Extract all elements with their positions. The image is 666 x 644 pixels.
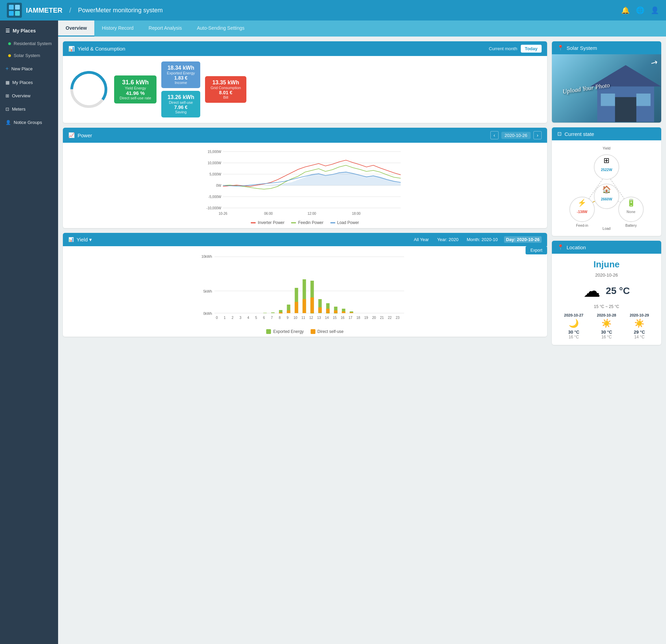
- svg-rect-2: [9, 11, 14, 16]
- current-state-body: ⊞ 2522W 🏠 2660W ⚡ -138W: [552, 140, 661, 236]
- yield-chart-icon: 📊: [68, 46, 75, 52]
- residential-dot: [8, 42, 11, 45]
- globe-icon[interactable]: 🌐: [636, 6, 644, 14]
- current-state-header: ⊡ Current state: [552, 127, 661, 140]
- nav-day[interactable]: Day: 2020-10-26: [504, 236, 542, 243]
- yield-chart-title: Yield: [77, 237, 88, 242]
- plus-icon: +: [5, 66, 9, 72]
- svg-text:19: 19: [364, 316, 368, 320]
- next-date-button[interactable]: ›: [533, 131, 542, 139]
- svg-text:0W: 0W: [216, 184, 222, 187]
- power-card: 📈 Power ‹ 2020-10-26 ›: [63, 128, 547, 228]
- svg-text:10,000W: 10,000W: [207, 161, 221, 165]
- svg-rect-30: [271, 312, 275, 313]
- nav-month[interactable]: Month: 2020-10: [465, 236, 500, 243]
- svg-rect-46: [334, 310, 338, 313]
- svg-text:16: 16: [341, 316, 345, 320]
- exported-energy-value: 18.34 kWh: [167, 65, 195, 71]
- legend-feedin: Feedin Power: [291, 220, 323, 225]
- bar-chart-svg: 0kWh 5kWh 10kWh: [68, 252, 542, 327]
- svg-rect-77: [615, 97, 636, 122]
- nav-year[interactable]: Year: 2020: [435, 236, 460, 243]
- layout: ☰ My Places Residential System Solar Sys…: [0, 20, 666, 644]
- svg-text:-138W: -138W: [577, 210, 587, 214]
- prev-date-button[interactable]: ‹: [490, 131, 499, 139]
- svg-text:Battery: Battery: [625, 224, 637, 227]
- svg-text:3: 3: [240, 316, 242, 320]
- power-title: Power: [78, 132, 92, 138]
- sidebar-item-solar[interactable]: Solar System: [0, 50, 58, 61]
- today-button[interactable]: Today: [521, 45, 542, 53]
- solar-title: Solar System: [567, 45, 597, 51]
- svg-text:Load: Load: [602, 227, 610, 230]
- power-chart-icon: 📈: [68, 132, 75, 138]
- forecast-low-2: 16 °C: [597, 335, 616, 339]
- sidebar-item-overview[interactable]: ⊞ Overview: [0, 89, 58, 102]
- svg-text:0kWh: 0kWh: [203, 312, 212, 316]
- sidebar-item-meters[interactable]: ⊡ Meters: [0, 102, 58, 116]
- forecast-day-1: 2020-10-27 🌙 30 °C 16 °C: [564, 313, 583, 339]
- inverter-label: Inverter Power: [258, 220, 284, 225]
- meters-icon: ⊡: [5, 107, 9, 112]
- svg-rect-3: [15, 11, 20, 16]
- sidebar-item-new-place[interactable]: + New Place: [0, 61, 58, 76]
- svg-text:2660W: 2660W: [601, 197, 612, 201]
- location-icon: 📍: [557, 45, 564, 51]
- yield-content: 31.6 kWh Yield Energy 41.96 % Direct sel…: [63, 56, 547, 123]
- forecast-date-1: 2020-10-27: [564, 313, 583, 317]
- yield-dropdown[interactable]: Yield ▾: [77, 237, 92, 243]
- solar-card-header: 📍 Solar System: [552, 41, 661, 54]
- location-body: Injune 2020-10-26 ☁ 25 °C 15 °C ~ 25 °C …: [552, 254, 661, 345]
- svg-text:⊞: ⊞: [603, 156, 610, 164]
- nav-all-year[interactable]: All Year: [412, 236, 431, 243]
- current-month-label: Current month: [489, 46, 517, 51]
- notification-icon[interactable]: 🔔: [621, 6, 630, 14]
- sidebar-my-places-header[interactable]: ☰ My Places: [0, 24, 58, 38]
- current-state-card: ⊡ Current state: [552, 127, 661, 236]
- svg-text:17: 17: [349, 316, 353, 320]
- income-value: 1.83 €: [167, 75, 195, 81]
- tab-report-analysis[interactable]: Report Analysis: [141, 20, 189, 37]
- user-icon[interactable]: 👤: [651, 6, 659, 14]
- power-legend: Inverter Power Feedin Power Load Power: [68, 218, 542, 225]
- svg-rect-32: [279, 312, 283, 313]
- svg-text:8: 8: [279, 316, 281, 320]
- svg-text:23: 23: [396, 316, 400, 320]
- direct-self-color: [311, 329, 315, 334]
- svg-rect-78: [601, 94, 615, 106]
- weather-main: ☁ 25 °C: [557, 281, 656, 301]
- export-button[interactable]: Export: [526, 246, 547, 254]
- svg-text:22: 22: [388, 316, 392, 320]
- load-color: [330, 222, 335, 223]
- svg-text:Feed-in: Feed-in: [576, 224, 588, 227]
- sidebar-item-notice-groups[interactable]: 👤 Notice Groups: [0, 116, 58, 129]
- tab-auto-sending[interactable]: Auto-Sending Settings: [189, 20, 252, 37]
- svg-text:15: 15: [333, 316, 337, 320]
- yield-card-header: 📊 Yield & Consumption Current month Toda…: [63, 41, 547, 56]
- solar-image-area[interactable]: Upload Your Photo ↗: [552, 54, 661, 123]
- tabs: Overview History Record Report Analysis …: [58, 20, 666, 37]
- forecast-low-3: 14 °C: [630, 335, 649, 339]
- header-subtitle: PowerMeter monitoring system: [78, 7, 163, 14]
- sidebar: ☰ My Places Residential System Solar Sys…: [0, 20, 58, 644]
- forecast-date-2: 2020-10-28: [597, 313, 616, 317]
- svg-rect-42: [318, 307, 322, 313]
- sidebar-item-residential[interactable]: Residential System: [0, 38, 58, 50]
- sidebar-item-my-places[interactable]: ▦ My Places: [0, 76, 58, 89]
- tab-overview[interactable]: Overview: [58, 20, 94, 37]
- legend-direct-self: Direct self-use: [311, 329, 344, 334]
- exported-color: [266, 329, 271, 334]
- tab-history-record[interactable]: History Record: [94, 20, 141, 37]
- svg-rect-1: [15, 5, 20, 10]
- forecast-icon-1: 🌙: [564, 319, 583, 328]
- power-chart-svg: 15,000W 10,000W 5,000W 0W -5,000W -10,00…: [68, 148, 542, 216]
- yield-consumption-card: 📊 Yield & Consumption Current month Toda…: [63, 41, 547, 123]
- current-state-title: Current state: [565, 131, 594, 137]
- exported-energy-box: 18.34 kWh Exported Energy 1.83 € Income: [161, 61, 200, 88]
- content-grid: 📊 Yield & Consumption Current month Toda…: [58, 37, 666, 350]
- svg-rect-44: [326, 309, 330, 313]
- svg-text:12: 12: [309, 316, 313, 320]
- bill-value: 8.01 €: [210, 90, 241, 95]
- yield-green-col: 31.6 kWh Yield Energy 41.96 % Direct sel…: [114, 75, 157, 103]
- weather-icon: ☁: [583, 281, 600, 301]
